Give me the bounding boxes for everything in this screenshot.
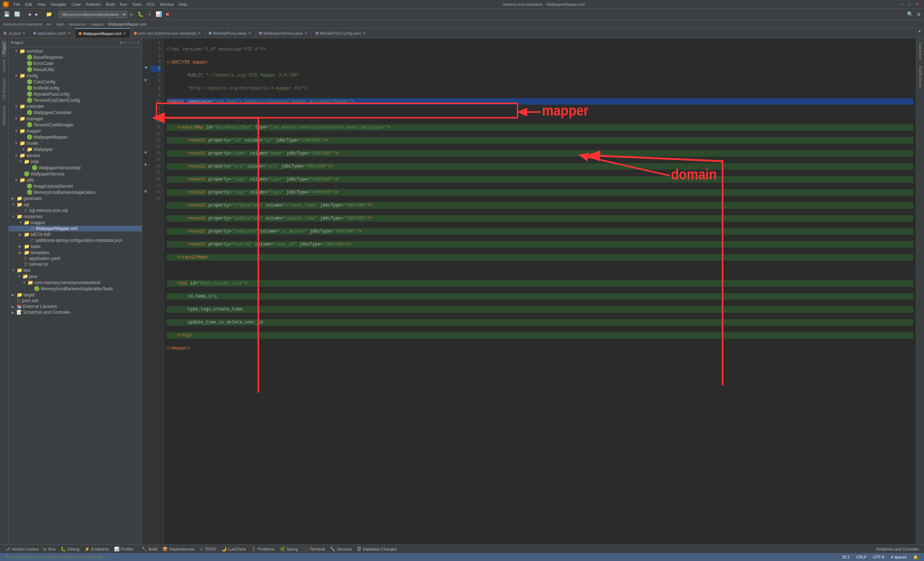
toolbar-back[interactable]: ◀ xyxy=(26,10,32,18)
tree-item-common[interactable]: ▼ 📁 common xyxy=(9,48,142,54)
bottom-services[interactable]: 🔧 Services xyxy=(328,546,354,552)
left-tab-pull[interactable]: Pull Requests xyxy=(2,75,7,103)
tree-item-utils[interactable]: ▼ 📁 utils xyxy=(9,177,142,183)
run-config-dropdown[interactable]: MemoryIconBackendApplication xyxy=(58,11,128,18)
menu-run[interactable]: Run xyxy=(118,2,129,7)
gutter-fold-3[interactable] xyxy=(142,51,149,58)
tree-item-tencent-manager[interactable]: 🟢 TencentCosManager xyxy=(9,122,142,128)
gutter-fold-7[interactable]: ▼ xyxy=(142,77,149,84)
minimize-btn[interactable]: ─ xyxy=(898,2,906,7)
tab-method-proxy[interactable]: MethodProxy.class ✕ xyxy=(205,28,255,38)
toolbar-sync[interactable]: 🔄 xyxy=(13,10,22,18)
sidebar-icon-expand[interactable]: ⇔ xyxy=(124,40,127,45)
tree-item-wallpaper-service-impl[interactable]: 🟢 WallpaperServiceImpl xyxy=(9,165,142,171)
tree-item-scratches[interactable]: ▶ 📝 Scratches and Consoles xyxy=(9,309,142,315)
bottom-spring[interactable]: 🌿 Spring xyxy=(278,546,300,552)
toolbar-settings[interactable]: ⚙ xyxy=(916,10,922,18)
tree-item-static[interactable]: ▶ 📁 static xyxy=(9,243,142,249)
gutter-fold-4[interactable] xyxy=(142,58,149,64)
tab-close-yaml[interactable]: ✕ xyxy=(68,31,71,36)
tree-item-application-yaml[interactable]: 🗋 application.yaml xyxy=(9,256,142,261)
tree-item-wallpaper-service[interactable]: 🟢 WallpaperService xyxy=(9,171,142,177)
tree-item-meta-inf[interactable]: ▶ 📁 META-INF xyxy=(9,231,142,237)
tab-close-mybatis[interactable]: ✕ xyxy=(362,31,366,36)
bottom-luacheck[interactable]: 🌙 LuaCheck xyxy=(219,546,248,552)
tree-item-knife4j[interactable]: 🟢 Knife4jConfig xyxy=(9,85,142,91)
menu-view[interactable]: View xyxy=(35,2,48,7)
menu-window[interactable]: Window xyxy=(158,2,176,7)
sidebar-icon-collapse[interactable]: ↕ xyxy=(129,40,131,45)
tree-item-controller[interactable]: ▼ 📁 controller xyxy=(9,103,142,110)
tree-item-mybatisplus[interactable]: 🟢 MybatisPlusConfig xyxy=(9,91,142,97)
bottom-run[interactable]: ▶ Run xyxy=(42,546,58,552)
toolbar-coverage[interactable]: 📊 xyxy=(154,10,163,18)
bottom-todo[interactable]: ✓ TODO xyxy=(197,546,218,552)
tree-item-sql-file[interactable]: 🗋 sql.memory-icon.sql xyxy=(9,208,142,213)
toolbar-forward[interactable]: ▶ xyxy=(34,10,39,18)
status-charset[interactable]: UTF-8 xyxy=(871,555,886,559)
tab-pl-java[interactable]: .pl.java ✕ xyxy=(0,28,30,38)
tree-item-error-code[interactable]: 🟢 ErrorCode xyxy=(9,60,142,66)
tab-close-class[interactable]: ✕ xyxy=(248,31,252,36)
tree-item-tencent-cos[interactable]: 🟢 TencentCosClientConfig xyxy=(9,97,142,103)
bottom-problems[interactable]: ❗ Problems xyxy=(249,546,276,552)
tree-item-mapper-folder[interactable]: ▼ 📁 mapper xyxy=(9,219,142,226)
tree-item-config[interactable]: ▼ 📁 config xyxy=(9,72,142,79)
close-btn[interactable]: ✕ xyxy=(914,1,921,7)
tree-item-model[interactable]: ▼ 📁 model xyxy=(9,140,142,146)
gutter-fold-2[interactable] xyxy=(142,45,149,51)
tree-item-sql-folder[interactable]: ▼ 📁 sql xyxy=(9,201,142,208)
left-tab-project[interactable]: Project xyxy=(2,40,7,57)
tree-item-image-upload[interactable]: 🟢 ImageUploadServlet xyxy=(9,183,142,189)
tab-wallpaper-service[interactable]: WallpaperService.java ✕ xyxy=(255,28,312,38)
tree-item-impl[interactable]: ▼ 📁 impl xyxy=(9,159,142,165)
gutter-fold-1[interactable] xyxy=(142,38,149,45)
gutter-fold-5[interactable]: ◄ xyxy=(142,64,149,71)
tab-close-service[interactable]: ✕ xyxy=(304,31,308,36)
tree-item-service[interactable]: ▼ 📁 service xyxy=(9,152,142,159)
breadcrumb-resources[interactable]: resources xyxy=(69,22,86,26)
tree-item-wallpaper-model[interactable]: ▼ 📁 Wallpaper xyxy=(9,146,142,152)
tree-item-manager[interactable]: ▼ 📁 manager xyxy=(9,116,142,122)
sidebar-icon-more[interactable]: ⋯ xyxy=(132,40,135,45)
left-tab-notifications[interactable]: Notifications xyxy=(2,103,7,128)
gutter-fold-17[interactable]: ▲ xyxy=(142,149,149,155)
tree-item-pom[interactable]: 🗋 pom.xml xyxy=(9,298,142,304)
tree-item-base-response[interactable]: 🟢 BaseResponse xyxy=(9,54,142,60)
right-tool-database[interactable]: Database xyxy=(918,40,923,63)
tree-item-result-utils[interactable]: 🟢 ResultUtils xyxy=(9,66,142,72)
sidebar-icon-gear[interactable]: ⚙ xyxy=(120,40,123,45)
menu-vcs[interactable]: VCS xyxy=(144,2,157,7)
status-position[interactable]: 25:1 xyxy=(840,555,852,559)
toolbar-debug[interactable]: 🐛 xyxy=(136,10,145,18)
right-tool-notifications[interactable]: Notifications xyxy=(918,63,923,91)
menu-navigate[interactable]: Navigate xyxy=(48,2,68,7)
bottom-version-control[interactable]: ⎇ Version Control xyxy=(3,546,41,552)
breadcrumb-src[interactable]: src xyxy=(46,22,52,26)
bottom-dependencies[interactable]: 📦 Dependencies xyxy=(160,546,197,552)
tab-pom[interactable]: pom.xml (memory-icon-backend) ✕ xyxy=(130,28,206,38)
gutter-fold-23[interactable]: ▲ xyxy=(142,188,149,194)
tree-item-generator[interactable]: ▶ 📁 generator xyxy=(9,195,142,201)
tree-item-templates[interactable]: ▶ 📁 templates xyxy=(9,249,142,256)
bottom-database-changes[interactable]: 🗄 Database Changes xyxy=(355,546,399,552)
tab-close-pom[interactable]: ✕ xyxy=(197,31,201,36)
tab-application-yaml[interactable]: application.yaml ✕ xyxy=(30,28,75,38)
menu-code[interactable]: Code xyxy=(69,2,83,7)
menu-help[interactable]: Help xyxy=(177,2,189,7)
tree-item-main-app[interactable]: 🟢 MemoryIconBackendApplication xyxy=(9,189,142,195)
breadcrumb-mapper[interactable]: mapper xyxy=(90,22,104,26)
bottom-endpoints[interactable]: ⚡ Endpoints xyxy=(82,546,111,552)
status-message[interactable]: Build completed successfully in 613 ms (… xyxy=(4,555,108,559)
tree-item-test-class[interactable]: 🟢 MemoryIconBackendApplicationTests xyxy=(9,285,142,292)
left-tab-commits[interactable]: Commit xyxy=(2,57,7,75)
bottom-scratches[interactable]: Scratches and Consoles xyxy=(874,547,921,551)
breadcrumb-root[interactable]: memory-icon-backend xyxy=(3,22,42,26)
tree-item-test[interactable]: ▼ 📁 test xyxy=(9,267,142,273)
tree-item-mapper[interactable]: ▼ 📁 mapper xyxy=(9,128,142,134)
tree-item-test-java[interactable]: ▼ 📁 java xyxy=(9,273,142,279)
sidebar-icon-close[interactable]: ✕ xyxy=(137,40,140,45)
status-git[interactable]: 🔔 xyxy=(911,555,920,560)
toolbar-profile[interactable]: ⚡ xyxy=(147,10,152,18)
tree-item-wallpaper-controller[interactable]: 🟢 WallpaperController xyxy=(9,110,142,116)
